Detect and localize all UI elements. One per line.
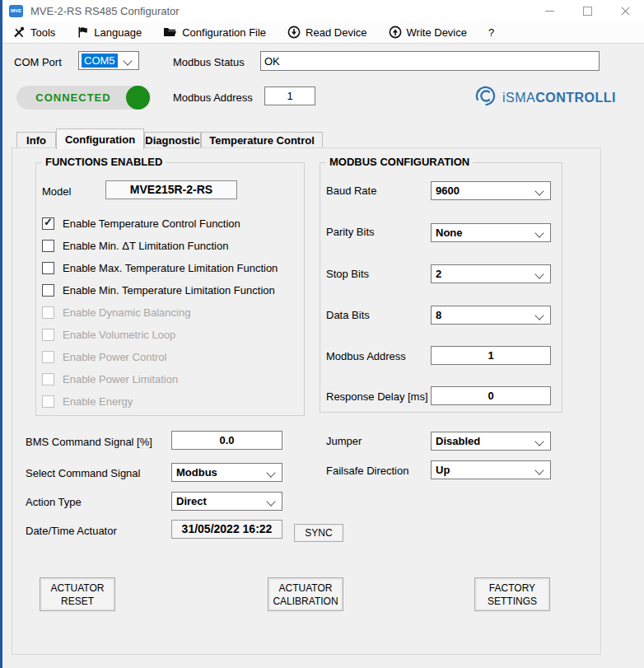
app-window: MVE MVE-2-RS RS485 Configurator Tools La… [0,0,644,668]
stop-bits-select[interactable]: 2 [431,264,551,283]
chevron-down-icon [534,228,544,237]
modbus-status-label: Modbus Status [173,56,245,68]
checkbox-icon [42,329,54,341]
minimize-button[interactable] [530,0,568,21]
menu-write-device[interactable]: Write Device [389,26,467,39]
menu-configuration-file-label: Configuration File [182,26,266,39]
checkbox-enable-min-temperature-limitation[interactable]: Enable Min. Temperature Limitation Funct… [42,284,275,297]
parity-bits-select[interactable]: None [431,223,551,242]
model-value-box: MVE215R-2-RS [105,180,237,199]
brand-name-regular: iSMA [502,91,535,105]
menu-help[interactable]: ? [488,26,494,39]
datetime-actuator-field: 31/05/2022 16:22 [171,520,282,539]
tab-configuration[interactable]: Configuration [56,128,144,149]
chevron-down-icon [266,468,275,477]
minimize-icon [545,11,554,12]
checkbox-enable-temperature-control[interactable]: Enable Temperature Control Function [42,217,240,230]
response-delay-field[interactable] [431,386,551,405]
tab-diagnostic-label: Diagnostic [145,134,199,147]
upload-circle-icon [389,26,402,39]
menu-configuration-file[interactable]: Configuration File [163,26,266,39]
tab-temperature-control[interactable]: Temperature Control [201,132,323,148]
checkbox-icon [42,373,54,385]
modbus-address-config-label: Modbus Address [326,350,406,362]
action-type-select[interactable]: Direct [171,492,282,511]
failsafe-direction-select[interactable]: Up [431,460,551,479]
menu-language-label: Language [94,26,142,39]
checkbox-label: Enable Min. ΔT Limitation Function [63,240,228,252]
tab-configuration-label: Configuration [65,133,135,146]
modbus-configuration-title: MODBUS CONFIGURATION [326,156,473,168]
tab-diagnostic[interactable]: Diagnostic [144,132,201,148]
checkbox-enable-power-limitation: Enable Power Limitation [42,373,178,385]
failsafe-direction-label: Failsafe Direction [326,465,408,477]
checkbox-icon [42,217,54,230]
response-delay-label: Response Delay [ms] [326,390,428,403]
stop-bits-value: 2 [436,268,441,280]
chevron-down-icon [534,437,544,446]
failsafe-direction-value: Up [436,464,450,476]
action-type-value: Direct [176,495,207,507]
baud-rate-label: Baud Rate [326,185,376,197]
checkbox-icon [42,240,54,252]
checkbox-enable-power-control: Enable Power Control [42,351,166,363]
checkbox-icon [42,395,54,408]
checkbox-enable-dynamic-balancing: Enable Dynamic Balancing [42,306,190,319]
restore-icon [583,7,592,16]
jumper-select[interactable]: Disabled [431,432,551,451]
sync-button[interactable]: SYNC [294,524,343,542]
checkbox-label: Enable Min. Temperature Limitation Funct… [63,284,275,297]
modbus-address-label: Modbus Address [173,91,253,104]
chevron-down-icon [123,56,132,65]
select-command-signal-value: Modbus [176,466,217,479]
window-title: MVE-2-RS RS485 Configurator [30,5,180,17]
connected-indicator[interactable]: CONNECTED [16,86,151,110]
com-port-label: COM Port [14,56,62,68]
actuator-reset-button[interactable]: ACTUATOR RESET [40,577,115,611]
com-port-select[interactable]: COM5 [78,51,139,70]
checkbox-enable-max-temperature-limitation[interactable]: Enable Max. Temperature Limitation Funct… [42,262,278,274]
checkbox-enable-volumetric-loop: Enable Volumetric Loop [42,329,175,341]
com-port-value: COM5 [82,54,118,68]
factory-settings-button[interactable]: FACTORY SETTINGS [474,577,550,611]
chevron-down-icon [534,269,544,278]
parity-bits-value: None [436,227,463,239]
data-bits-select[interactable]: 8 [431,306,551,325]
menu-tools[interactable]: Tools [12,26,55,39]
baud-rate-value: 9600 [436,185,460,197]
checkbox-icon [42,351,54,363]
tab-temperature-control-label: Temperature Control [209,134,315,147]
bms-command-signal-field[interactable] [171,431,282,450]
modbus-status-field[interactable] [260,51,600,71]
chevron-down-icon [534,186,544,195]
parity-bits-label: Parity Bits [326,226,375,238]
connected-status-dot [126,86,150,110]
tab-info-label: Info [26,134,46,147]
functions-enabled-title: FUNCTIONS ENABLED [42,156,166,168]
select-command-signal-select[interactable]: Modbus [171,463,282,482]
folder-icon [163,26,177,39]
data-bits-label: Data Bits [326,309,370,321]
checkbox-icon [42,284,54,297]
checkbox-icon [42,262,54,274]
app-icon: MVE [9,5,23,17]
checkbox-enable-min-dt-limitation[interactable]: Enable Min. ΔT Limitation Function [42,240,228,252]
checkbox-label: Enable Power Control [63,351,166,363]
menu-read-device[interactable]: Read Device [287,26,366,39]
jumper-label: Jumper [326,435,362,447]
modbus-address-field[interactable] [264,86,315,105]
menu-language[interactable]: Language [77,26,142,39]
checkbox-label: Enable Volumetric Loop [63,329,175,341]
menu-read-device-label: Read Device [306,26,366,39]
chevron-down-icon [266,497,275,506]
title-bar: MVE MVE-2-RS RS485 Configurator [2,0,644,21]
checkbox-label: Enable Temperature Control Function [63,217,240,230]
close-button[interactable] [606,0,644,21]
flag-icon [77,26,89,39]
tab-info[interactable]: Info [16,132,56,148]
actuator-calibration-button[interactable]: ACTUATOR CALIBRATION [268,577,343,611]
checkbox-label: Enable Power Limitation [63,373,178,385]
modbus-address-config-field[interactable] [431,346,551,365]
restore-button[interactable] [568,0,606,21]
baud-rate-select[interactable]: 9600 [431,181,551,200]
